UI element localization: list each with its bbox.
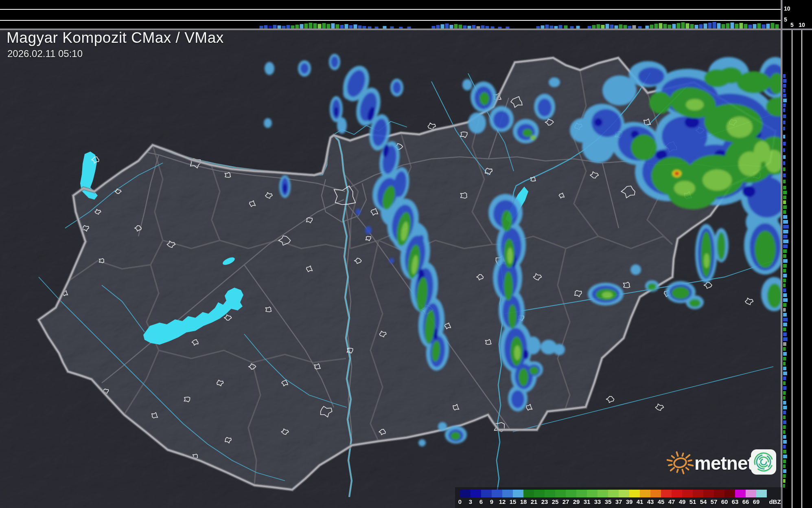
reflectivity-colorbar: 0369121518212325272931333537394143454749… [455,487,781,508]
colorbar-tick-label: 21 [531,498,538,505]
colorbar-tick-label: 66 [742,498,749,505]
colorbar-segment [587,490,598,497]
colorbar-tick-label: 49 [679,498,686,505]
colorbar-tick-label: 0 [458,498,462,505]
colorbar-tick-label: 69 [753,498,760,505]
colorbar-segment [724,490,735,497]
colorbar-tick-label: 51 [689,498,696,505]
colorbar-segment [714,490,724,497]
right-axis-label-5km: 5 [790,22,794,28]
colorbar-segment [703,490,714,497]
colorbar-segment [545,490,555,497]
colorbar-segment [661,490,672,497]
colorbar-segment [756,490,767,497]
right-axis-label-10km: 10 [799,22,805,28]
colorbar-tick-label: 37 [615,498,622,505]
colorbar-segment [598,490,608,497]
colorbar-segment [492,490,502,497]
colorbar-segment [513,490,523,497]
colorbar-segment [608,490,619,497]
logo-text: metnet [694,452,753,474]
colorbar-tick-label: 25 [552,498,559,505]
colorbar-tick-label: 12 [499,498,506,505]
timestamp: 2026.02.11 05:10 [7,48,83,59]
map-layer [0,30,799,508]
sun-icon [667,448,694,480]
colorbar-tick-label: 41 [637,498,643,505]
colorbar-tick-label: 31 [584,498,591,505]
colorbar-tick-label: 60 [721,498,728,505]
colorbar-tick-label: 43 [647,498,654,505]
colorbar-segment [471,490,481,497]
colorbar-tick-label: 23 [541,498,548,505]
colorbar-tick-label: 45 [658,498,665,505]
page-title: Magyar Kompozit CMax / VMax [7,29,224,46]
colorbar-tick-label: 6 [479,498,483,505]
colorbar-segment [566,490,576,497]
metnet-logo: metnet [667,446,779,478]
colorbar-tick-label: 29 [573,498,580,505]
colorbar-segment [534,490,545,497]
radar-scene [0,0,812,508]
top-axis-label-5km: 5 [784,17,787,22]
colorbar-tick-label: 18 [520,498,527,505]
colorbar-tick-label: 54 [700,498,707,505]
colorbar-segment [555,490,566,497]
colorbar-segment [576,490,587,497]
colorbar-segment [640,490,650,497]
colorbar-tick-label: 63 [732,498,739,505]
vertical-separator [781,0,783,508]
colorbar-segment [682,490,693,497]
colorbar-segment [672,490,682,497]
colorbar-tick-label: 39 [626,498,633,505]
colorbar-segment [735,490,746,497]
colorbar-blocks [460,490,767,497]
colorbar-tick-label: 15 [510,498,517,505]
colorbar-tick-label: 47 [668,498,675,505]
colorbar-tick-label: 57 [711,498,718,505]
colorbar-segment [481,490,492,497]
colorbar-tick-label: 9 [490,498,493,505]
colorbar-tick-label: 35 [605,498,612,505]
colorbar-segment [460,490,471,497]
colorbar-unit: dBZ [769,498,781,505]
metnet-app-icon [751,449,777,475]
colorbar-segment [629,490,640,497]
colorbar-segment [650,490,661,497]
colorbar-tick-label: 3 [469,498,472,505]
colorbar-tick-label: 27 [562,498,569,505]
top-axis-label-10km: 10 [784,6,790,11]
colorbar-segment [502,490,513,497]
colorbar-tick-label: 33 [594,498,601,505]
colorbar-segment [619,490,629,497]
colorbar-segment [523,490,534,497]
colorbar-segment [746,490,756,497]
radar-product: Magyar Kompozit CMax / VMax 2026.02.11 0… [0,0,812,508]
colorbar-segment [693,490,703,497]
